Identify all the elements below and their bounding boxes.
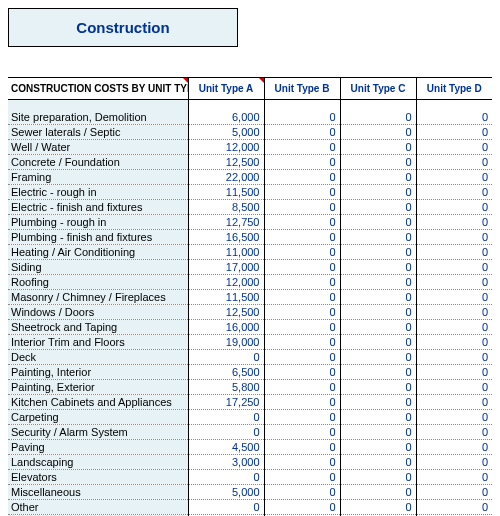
cell-value[interactable]: 0 (188, 424, 264, 439)
cell-value[interactable]: 0 (264, 319, 340, 334)
cell-value[interactable]: 0 (416, 364, 492, 379)
cell-value[interactable]: 0 (340, 364, 416, 379)
cell-value[interactable]: 5,800 (188, 379, 264, 394)
cell-value[interactable]: 0 (340, 124, 416, 139)
cell-value[interactable]: 0 (264, 364, 340, 379)
cell-value[interactable]: 0 (264, 454, 340, 469)
cell-value[interactable]: 0 (340, 409, 416, 424)
cell-value[interactable]: 0 (264, 349, 340, 364)
cell-value[interactable]: 6,500 (188, 364, 264, 379)
cell-value[interactable]: 0 (264, 244, 340, 259)
cell-value[interactable]: 0 (340, 424, 416, 439)
cell-value[interactable]: 0 (416, 379, 492, 394)
cell-value[interactable]: 0 (264, 274, 340, 289)
cell-value[interactable]: 0 (340, 229, 416, 244)
cell-value[interactable]: 0 (416, 229, 492, 244)
cell-value[interactable]: 12,000 (188, 274, 264, 289)
cell-value[interactable]: 0 (416, 199, 492, 214)
cell-value[interactable]: 0 (340, 110, 416, 125)
cell-value[interactable]: 0 (416, 110, 492, 125)
cell-value[interactable]: 0 (264, 409, 340, 424)
cell-value[interactable]: 0 (416, 259, 492, 274)
cell-value[interactable]: 0 (340, 154, 416, 169)
cell-value[interactable]: 0 (416, 484, 492, 499)
cell-value[interactable]: 0 (340, 289, 416, 304)
cell-value[interactable]: 0 (264, 484, 340, 499)
cell-value[interactable]: 0 (188, 349, 264, 364)
cell-value[interactable]: 0 (416, 349, 492, 364)
cell-value[interactable]: 6,000 (188, 110, 264, 125)
cell-value[interactable]: 4,500 (188, 439, 264, 454)
cell-value[interactable]: 19,000 (188, 334, 264, 349)
cell-value[interactable]: 0 (264, 199, 340, 214)
cell-value[interactable]: 0 (264, 124, 340, 139)
cell-value[interactable]: 0 (416, 439, 492, 454)
cell-value[interactable]: 0 (264, 394, 340, 409)
cell-value[interactable]: 0 (340, 334, 416, 349)
cell-value[interactable]: 0 (340, 169, 416, 184)
cell-value[interactable]: 0 (264, 289, 340, 304)
cell-value[interactable]: 0 (264, 229, 340, 244)
cell-value[interactable]: 0 (416, 289, 492, 304)
cell-value[interactable]: 0 (264, 214, 340, 229)
cell-value[interactable]: 22,000 (188, 169, 264, 184)
cell-value[interactable]: 0 (416, 409, 492, 424)
cell-value[interactable]: 0 (340, 499, 416, 514)
cell-value[interactable]: 0 (416, 394, 492, 409)
cell-value[interactable]: 0 (264, 334, 340, 349)
cell-value[interactable]: 0 (264, 169, 340, 184)
cell-value[interactable]: 17,000 (188, 259, 264, 274)
cell-value[interactable]: 5,000 (188, 124, 264, 139)
cell-value[interactable]: 11,500 (188, 184, 264, 199)
cell-value[interactable]: 5,000 (188, 484, 264, 499)
cell-value[interactable]: 0 (416, 124, 492, 139)
cell-value[interactable]: 0 (416, 244, 492, 259)
cell-value[interactable]: 0 (416, 139, 492, 154)
cell-value[interactable]: 0 (416, 499, 492, 514)
cell-value[interactable]: 0 (416, 214, 492, 229)
cell-value[interactable]: 0 (264, 184, 340, 199)
cell-value[interactable]: 0 (416, 319, 492, 334)
cell-value[interactable]: 0 (416, 274, 492, 289)
cell-value[interactable]: 0 (416, 169, 492, 184)
cell-value[interactable]: 0 (264, 439, 340, 454)
cell-value[interactable]: 0 (340, 274, 416, 289)
cell-value[interactable]: 0 (340, 244, 416, 259)
cell-value[interactable]: 0 (416, 184, 492, 199)
cell-value[interactable]: 0 (416, 454, 492, 469)
cell-value[interactable]: 0 (340, 259, 416, 274)
cell-value[interactable]: 12,500 (188, 304, 264, 319)
cell-value[interactable]: 12,750 (188, 214, 264, 229)
cell-value[interactable]: 0 (340, 319, 416, 334)
cell-value[interactable]: 0 (264, 154, 340, 169)
cell-value[interactable]: 0 (188, 469, 264, 484)
cell-value[interactable]: 0 (416, 424, 492, 439)
cell-value[interactable]: 16,000 (188, 319, 264, 334)
cell-value[interactable]: 0 (416, 334, 492, 349)
cell-value[interactable]: 0 (340, 214, 416, 229)
cell-value[interactable]: 0 (264, 110, 340, 125)
cell-value[interactable]: 17,250 (188, 394, 264, 409)
cell-value[interactable]: 0 (264, 469, 340, 484)
cell-value[interactable]: 0 (340, 469, 416, 484)
cell-value[interactable]: 12,500 (188, 154, 264, 169)
cell-value[interactable]: 16,500 (188, 229, 264, 244)
cell-value[interactable]: 12,000 (188, 139, 264, 154)
cell-value[interactable]: 0 (340, 304, 416, 319)
cell-value[interactable]: 8,500 (188, 199, 264, 214)
cell-value[interactable]: 0 (264, 379, 340, 394)
cell-value[interactable]: 0 (340, 184, 416, 199)
cell-value[interactable]: 0 (416, 469, 492, 484)
cell-value[interactable]: 0 (340, 454, 416, 469)
cell-value[interactable]: 0 (340, 484, 416, 499)
cell-value[interactable]: 0 (416, 154, 492, 169)
cell-value[interactable]: 3,000 (188, 454, 264, 469)
cell-value[interactable]: 0 (340, 139, 416, 154)
cell-value[interactable]: 0 (416, 304, 492, 319)
cell-value[interactable]: 0 (340, 349, 416, 364)
cell-value[interactable]: 0 (264, 499, 340, 514)
cell-value[interactable]: 0 (188, 409, 264, 424)
cell-value[interactable]: 0 (264, 304, 340, 319)
cell-value[interactable]: 0 (340, 394, 416, 409)
cell-value[interactable]: 0 (340, 439, 416, 454)
